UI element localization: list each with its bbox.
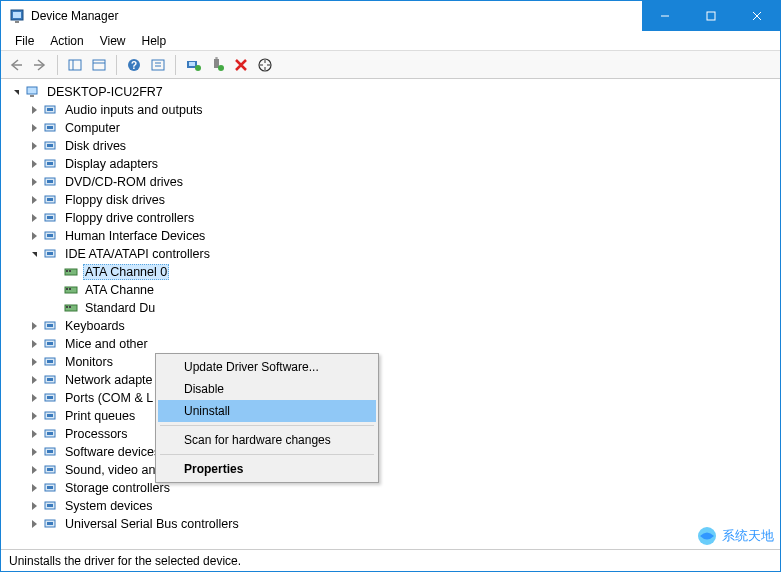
tree-category-label: Print queues (63, 409, 137, 423)
expand-arrow-icon[interactable] (27, 427, 41, 441)
svg-rect-52 (47, 324, 53, 327)
update-driver-button[interactable] (182, 54, 204, 76)
svg-rect-47 (69, 288, 71, 290)
svg-rect-68 (47, 468, 53, 471)
expand-arrow-icon[interactable] (9, 85, 23, 99)
context-menu-item[interactable]: Disable (158, 378, 376, 400)
tree-category[interactable]: Display adapters (27, 155, 780, 173)
expand-arrow-icon[interactable] (27, 409, 41, 423)
tree-category[interactable]: Audio inputs and outputs (27, 101, 780, 119)
expand-arrow-icon[interactable] (27, 229, 41, 243)
context-menu-item[interactable]: Properties (158, 458, 376, 480)
expand-arrow-icon[interactable] (27, 445, 41, 459)
tree-category[interactable]: Ports (COM & L (27, 389, 780, 407)
expand-arrow-icon[interactable] (27, 175, 41, 189)
tree-category[interactable]: Keyboards (27, 317, 780, 335)
uninstall-button[interactable] (230, 54, 252, 76)
svg-rect-39 (47, 234, 53, 237)
svg-rect-29 (47, 144, 53, 147)
tree-category-label: Disk drives (63, 139, 128, 153)
svg-rect-49 (66, 306, 68, 308)
svg-text:?: ? (131, 60, 137, 71)
tree-category[interactable]: Software devices (27, 443, 780, 461)
minimize-button[interactable] (642, 1, 688, 31)
show-hide-console-button[interactable] (64, 54, 86, 76)
action-button[interactable] (147, 54, 169, 76)
tree-device[interactable]: ATA Channe (47, 281, 780, 299)
context-menu-item[interactable]: Uninstall (158, 400, 376, 422)
tree-category[interactable]: Computer (27, 119, 780, 137)
svg-rect-62 (47, 414, 53, 417)
svg-rect-13 (152, 60, 164, 70)
tree-device[interactable]: Standard Du (47, 299, 780, 317)
scan-hardware-button[interactable] (254, 54, 276, 76)
tree-root[interactable]: DESKTOP-ICU2FR7 (9, 83, 780, 101)
expand-arrow-icon[interactable] (27, 319, 41, 333)
category-icon (43, 102, 59, 118)
tree-device[interactable]: ATA Channel 0 (47, 263, 780, 281)
svg-point-20 (218, 65, 224, 71)
tree-category[interactable]: Network adapte (27, 371, 780, 389)
watermark-text: 系统天地 (722, 527, 774, 545)
back-button[interactable] (5, 54, 27, 76)
tree-category[interactable]: Print queues (27, 407, 780, 425)
menu-action[interactable]: Action (42, 32, 91, 50)
expand-arrow-icon[interactable] (27, 481, 41, 495)
tree-category[interactable]: DVD/CD-ROM drives (27, 173, 780, 191)
expand-arrow-icon[interactable] (27, 355, 41, 369)
expand-arrow-icon[interactable] (27, 337, 41, 351)
tree-category[interactable]: Sound, video and game controllers (27, 461, 780, 479)
tree-category[interactable]: System devices (27, 497, 780, 515)
tree-category[interactable]: Human Interface Devices (27, 227, 780, 245)
close-button[interactable] (734, 1, 780, 31)
tree-category[interactable]: IDE ATA/ATAPI controllers (27, 245, 780, 263)
tree-category-label: Human Interface Devices (63, 229, 207, 243)
expand-arrow-icon[interactable] (27, 121, 41, 135)
tree-category[interactable]: Monitors (27, 353, 780, 371)
tree-category[interactable]: Floppy disk drives (27, 191, 780, 209)
expand-arrow-icon[interactable] (27, 157, 41, 171)
tree-category-label: Storage controllers (63, 481, 172, 495)
toolbar-separator (57, 55, 58, 75)
enable-button[interactable] (206, 54, 228, 76)
titlebar: Device Manager (1, 1, 780, 31)
tree-category[interactable]: Mice and other (27, 335, 780, 353)
expand-arrow-icon[interactable] (27, 499, 41, 513)
statusbar-text: Uninstalls the driver for the selected d… (9, 554, 241, 568)
expand-arrow-icon[interactable] (27, 103, 41, 117)
menu-file[interactable]: File (7, 32, 42, 50)
expand-arrow-icon[interactable] (27, 373, 41, 387)
category-icon (43, 444, 59, 460)
svg-rect-50 (69, 306, 71, 308)
expand-arrow-icon[interactable] (27, 139, 41, 153)
expand-arrow-icon[interactable] (27, 247, 41, 261)
tree-category[interactable]: Floppy drive controllers (27, 209, 780, 227)
menu-help[interactable]: Help (134, 32, 175, 50)
tree-category-label: IDE ATA/ATAPI controllers (63, 247, 212, 261)
svg-rect-60 (47, 396, 53, 399)
category-icon (43, 120, 59, 136)
expand-arrow-icon[interactable] (27, 193, 41, 207)
help-button[interactable]: ? (123, 54, 145, 76)
svg-rect-56 (47, 360, 53, 363)
context-menu-separator (160, 425, 374, 426)
properties-button[interactable] (88, 54, 110, 76)
context-menu-item[interactable]: Update Driver Software... (158, 356, 376, 378)
expand-arrow-icon[interactable] (27, 517, 41, 531)
forward-button[interactable] (29, 54, 51, 76)
svg-rect-33 (47, 180, 53, 183)
expand-arrow-icon[interactable] (27, 391, 41, 405)
expand-arrow-icon[interactable] (27, 463, 41, 477)
tree-category[interactable]: Processors (27, 425, 780, 443)
maximize-button[interactable] (688, 1, 734, 31)
expand-arrow-icon[interactable] (27, 211, 41, 225)
tree-category[interactable]: Disk drives (27, 137, 780, 155)
tree-category[interactable]: Universal Serial Bus controllers (27, 515, 780, 533)
svg-rect-46 (66, 288, 68, 290)
menu-view[interactable]: View (92, 32, 134, 50)
context-menu-item[interactable]: Scan for hardware changes (158, 429, 376, 451)
svg-rect-19 (214, 59, 219, 68)
spacer (47, 265, 61, 279)
tree-category[interactable]: Storage controllers (27, 479, 780, 497)
statusbar: Uninstalls the driver for the selected d… (1, 549, 780, 571)
